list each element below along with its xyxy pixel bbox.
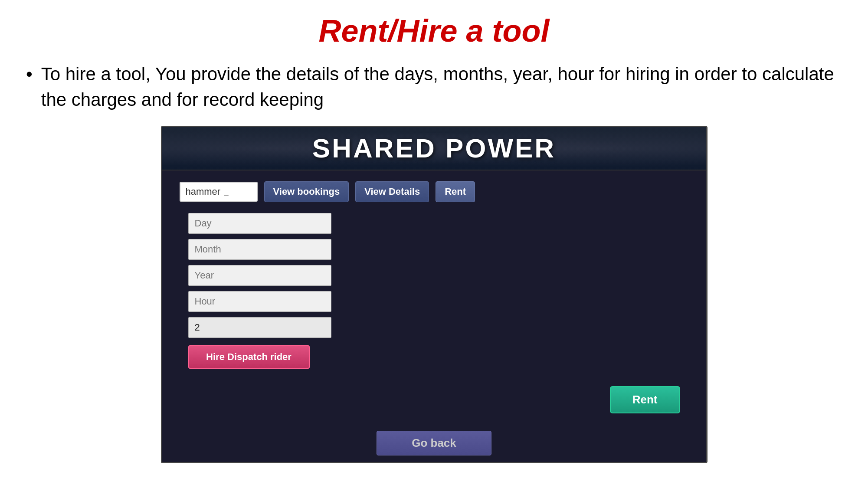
year-input[interactable] [188,265,331,286]
month-input[interactable] [188,239,331,260]
bullet-dot: • [26,62,33,87]
tool-select[interactable]: hammer ⎯ [180,182,258,202]
bullet-text: To hire a tool, You provide the details … [41,62,842,113]
app-form: Hire Dispatch rider [162,213,706,377]
quantity-input[interactable] [188,317,331,338]
app-window: SHARED POWER hammer ⎯ View bookings View… [161,126,708,463]
rent-top-button[interactable]: Rent [436,181,475,202]
tool-select-value: hammer [186,186,221,197]
day-input[interactable] [188,213,331,234]
rent-main-button[interactable]: Rent [610,386,680,413]
view-bookings-button[interactable]: View bookings [264,181,349,202]
slide-title: Rent/Hire a tool [318,13,549,49]
app-toolbar: hammer ⎯ View bookings View Details Rent [162,170,706,213]
app-title: SHARED POWER [312,133,556,164]
hire-dispatch-button[interactable]: Hire Dispatch rider [188,345,310,369]
slide-bullet: • To hire a tool, You provide the detail… [26,62,842,113]
app-header: SHARED POWER [162,127,706,170]
go-back-button[interactable]: Go back [377,431,491,455]
view-details-button[interactable]: View Details [355,181,429,202]
go-back-row: Go back [162,422,706,462]
hour-input[interactable] [188,291,331,312]
app-bottom-area: Rent [162,377,706,422]
dropdown-arrow-icon: ⎯ [224,187,229,196]
slide-container: Rent/Hire a tool • To hire a tool, You p… [0,0,868,488]
